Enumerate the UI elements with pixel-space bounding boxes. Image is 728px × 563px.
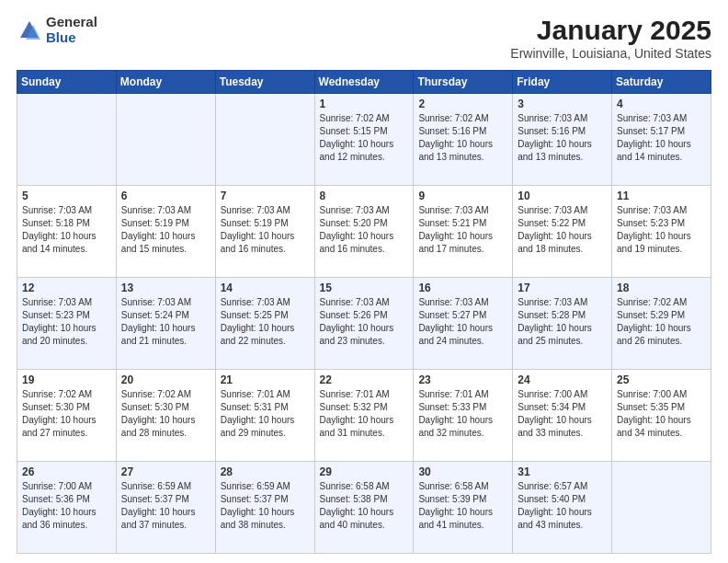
day-info: Sunrise: 7:00 AM Sunset: 5:34 PM Dayligh… bbox=[518, 388, 607, 440]
day-number: 20 bbox=[121, 373, 210, 386]
day-number: 16 bbox=[418, 282, 507, 294]
table-row: 7Sunrise: 7:03 AM Sunset: 5:19 PM Daylig… bbox=[215, 186, 314, 278]
day-info: Sunrise: 6:59 AM Sunset: 5:37 PM Dayligh… bbox=[221, 480, 310, 532]
table-row: 16Sunrise: 7:03 AM Sunset: 5:27 PM Dayli… bbox=[414, 278, 513, 370]
day-number: 23 bbox=[418, 373, 507, 386]
day-number: 1 bbox=[320, 98, 409, 110]
table-row: 23Sunrise: 7:01 AM Sunset: 5:33 PM Dayli… bbox=[414, 370, 513, 462]
day-number: 24 bbox=[518, 373, 607, 386]
col-monday: Monday bbox=[116, 71, 215, 94]
day-info: Sunrise: 7:03 AM Sunset: 5:23 PM Dayligh… bbox=[22, 296, 111, 348]
day-number: 18 bbox=[617, 282, 706, 294]
title-block: January 2025 Erwinville, Louisiana, Unit… bbox=[510, 15, 711, 61]
day-info: Sunrise: 7:03 AM Sunset: 5:17 PM Dayligh… bbox=[617, 112, 706, 164]
col-wednesday: Wednesday bbox=[314, 71, 414, 94]
table-row: 18Sunrise: 7:02 AM Sunset: 5:29 PM Dayli… bbox=[612, 278, 711, 370]
day-info: Sunrise: 7:02 AM Sunset: 5:30 PM Dayligh… bbox=[121, 388, 210, 440]
day-number: 27 bbox=[121, 465, 210, 478]
day-number: 31 bbox=[518, 465, 607, 478]
day-info: Sunrise: 7:02 AM Sunset: 5:29 PM Dayligh… bbox=[617, 296, 706, 348]
day-info: Sunrise: 7:03 AM Sunset: 5:22 PM Dayligh… bbox=[518, 204, 607, 256]
table-row: 21Sunrise: 7:01 AM Sunset: 5:31 PM Dayli… bbox=[215, 370, 314, 462]
day-number: 13 bbox=[121, 282, 210, 294]
col-thursday: Thursday bbox=[414, 71, 513, 94]
logo-text: General Blue bbox=[46, 15, 97, 45]
logo-general-label: General bbox=[46, 15, 97, 30]
day-info: Sunrise: 7:03 AM Sunset: 5:18 PM Dayligh… bbox=[22, 204, 111, 256]
header: General Blue January 2025 Erwinville, Lo… bbox=[17, 15, 711, 61]
table-row: 15Sunrise: 7:03 AM Sunset: 5:26 PM Dayli… bbox=[314, 278, 414, 370]
table-row: 11Sunrise: 7:03 AM Sunset: 5:23 PM Dayli… bbox=[612, 186, 711, 278]
day-number: 30 bbox=[418, 465, 507, 478]
day-number: 21 bbox=[221, 373, 310, 386]
table-row: 20Sunrise: 7:02 AM Sunset: 5:30 PM Dayli… bbox=[116, 370, 215, 462]
day-info: Sunrise: 7:03 AM Sunset: 5:27 PM Dayligh… bbox=[418, 296, 507, 348]
table-row: 3Sunrise: 7:03 AM Sunset: 5:16 PM Daylig… bbox=[513, 94, 612, 186]
week-row-5: 26Sunrise: 7:00 AM Sunset: 5:36 PM Dayli… bbox=[17, 462, 711, 554]
table-row: 30Sunrise: 6:58 AM Sunset: 5:39 PM Dayli… bbox=[414, 462, 513, 554]
col-friday: Friday bbox=[513, 71, 612, 94]
table-row: 27Sunrise: 6:59 AM Sunset: 5:37 PM Dayli… bbox=[116, 462, 215, 554]
day-number: 15 bbox=[320, 282, 409, 294]
day-number: 22 bbox=[320, 373, 409, 386]
day-number: 26 bbox=[22, 465, 111, 478]
col-tuesday: Tuesday bbox=[215, 71, 314, 94]
day-number: 25 bbox=[617, 373, 706, 386]
day-info: Sunrise: 7:00 AM Sunset: 5:35 PM Dayligh… bbox=[617, 388, 706, 440]
day-info: Sunrise: 7:01 AM Sunset: 5:33 PM Dayligh… bbox=[418, 388, 507, 440]
table-row: 6Sunrise: 7:03 AM Sunset: 5:19 PM Daylig… bbox=[116, 186, 215, 278]
day-info: Sunrise: 7:03 AM Sunset: 5:26 PM Dayligh… bbox=[320, 296, 409, 348]
week-row-2: 5Sunrise: 7:03 AM Sunset: 5:18 PM Daylig… bbox=[17, 186, 711, 278]
day-number: 9 bbox=[418, 190, 507, 202]
day-number: 10 bbox=[518, 190, 607, 202]
day-number: 29 bbox=[320, 465, 409, 478]
calendar-title: January 2025 bbox=[510, 15, 711, 46]
day-info: Sunrise: 7:03 AM Sunset: 5:16 PM Dayligh… bbox=[518, 112, 607, 164]
day-number: 14 bbox=[221, 282, 310, 294]
table-row: 17Sunrise: 7:03 AM Sunset: 5:28 PM Dayli… bbox=[513, 278, 612, 370]
day-info: Sunrise: 7:03 AM Sunset: 5:25 PM Dayligh… bbox=[221, 296, 310, 348]
day-number: 5 bbox=[22, 190, 111, 202]
day-info: Sunrise: 7:03 AM Sunset: 5:19 PM Dayligh… bbox=[121, 204, 210, 256]
page: General Blue January 2025 Erwinville, Lo… bbox=[0, 0, 728, 563]
table-row: 4Sunrise: 7:03 AM Sunset: 5:17 PM Daylig… bbox=[612, 94, 711, 186]
day-number: 2 bbox=[418, 98, 507, 110]
calendar-table: Sunday Monday Tuesday Wednesday Thursday… bbox=[17, 70, 711, 554]
day-info: Sunrise: 7:01 AM Sunset: 5:31 PM Dayligh… bbox=[221, 388, 310, 440]
table-row: 9Sunrise: 7:03 AM Sunset: 5:21 PM Daylig… bbox=[414, 186, 513, 278]
day-info: Sunrise: 6:58 AM Sunset: 5:39 PM Dayligh… bbox=[418, 480, 507, 532]
table-row: 25Sunrise: 7:00 AM Sunset: 5:35 PM Dayli… bbox=[612, 370, 711, 462]
day-info: Sunrise: 7:03 AM Sunset: 5:19 PM Dayligh… bbox=[221, 204, 310, 256]
day-number: 4 bbox=[617, 98, 706, 110]
col-sunday: Sunday bbox=[17, 71, 117, 94]
logo: General Blue bbox=[17, 15, 97, 45]
table-row: 31Sunrise: 6:57 AM Sunset: 5:40 PM Dayli… bbox=[513, 462, 612, 554]
day-number: 8 bbox=[320, 190, 409, 202]
day-number: 7 bbox=[221, 190, 310, 202]
table-row: 24Sunrise: 7:00 AM Sunset: 5:34 PM Dayli… bbox=[513, 370, 612, 462]
day-number: 6 bbox=[121, 190, 210, 202]
day-number: 11 bbox=[617, 190, 706, 202]
table-row: 29Sunrise: 6:58 AM Sunset: 5:38 PM Dayli… bbox=[314, 462, 414, 554]
day-info: Sunrise: 6:59 AM Sunset: 5:37 PM Dayligh… bbox=[121, 480, 210, 532]
week-row-1: 1Sunrise: 7:02 AM Sunset: 5:15 PM Daylig… bbox=[17, 94, 711, 186]
day-info: Sunrise: 7:03 AM Sunset: 5:24 PM Dayligh… bbox=[121, 296, 210, 348]
table-row: 26Sunrise: 7:00 AM Sunset: 5:36 PM Dayli… bbox=[17, 462, 117, 554]
day-number: 28 bbox=[221, 465, 310, 478]
table-row: 5Sunrise: 7:03 AM Sunset: 5:18 PM Daylig… bbox=[17, 186, 117, 278]
day-info: Sunrise: 6:57 AM Sunset: 5:40 PM Dayligh… bbox=[518, 480, 607, 532]
table-row: 14Sunrise: 7:03 AM Sunset: 5:25 PM Dayli… bbox=[215, 278, 314, 370]
day-info: Sunrise: 7:02 AM Sunset: 5:16 PM Dayligh… bbox=[418, 112, 507, 164]
table-row: 10Sunrise: 7:03 AM Sunset: 5:22 PM Dayli… bbox=[513, 186, 612, 278]
table-row: 22Sunrise: 7:01 AM Sunset: 5:32 PM Dayli… bbox=[314, 370, 414, 462]
day-info: Sunrise: 7:03 AM Sunset: 5:28 PM Dayligh… bbox=[518, 296, 607, 348]
week-row-3: 12Sunrise: 7:03 AM Sunset: 5:23 PM Dayli… bbox=[17, 278, 711, 370]
day-info: Sunrise: 7:02 AM Sunset: 5:15 PM Dayligh… bbox=[320, 112, 409, 164]
logo-icon bbox=[17, 17, 42, 43]
day-info: Sunrise: 7:01 AM Sunset: 5:32 PM Dayligh… bbox=[320, 388, 409, 440]
table-row bbox=[215, 94, 314, 186]
calendar-location: Erwinville, Louisiana, United States bbox=[510, 46, 711, 61]
day-number: 19 bbox=[22, 373, 111, 386]
table-row bbox=[17, 94, 117, 186]
day-info: Sunrise: 7:03 AM Sunset: 5:21 PM Dayligh… bbox=[418, 204, 507, 256]
